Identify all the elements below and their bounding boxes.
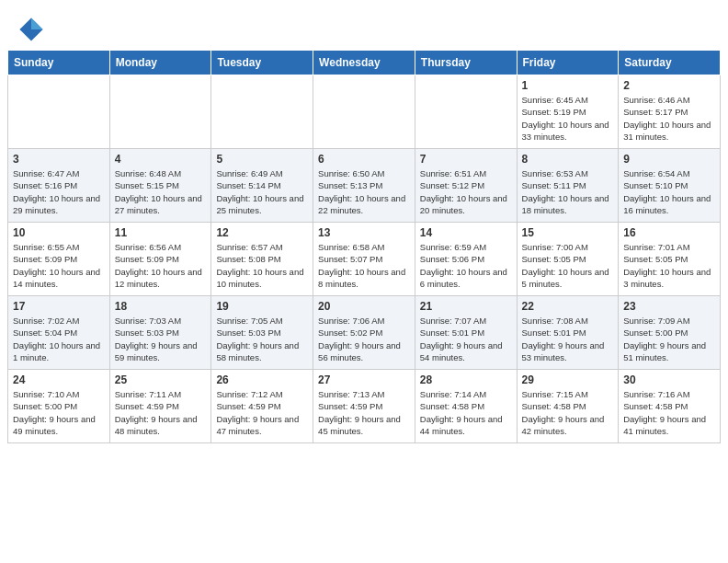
- day-info: Sunrise: 6:56 AM Sunset: 5:09 PM Dayligh…: [115, 241, 207, 290]
- calendar-cell: 18Sunrise: 7:03 AM Sunset: 5:03 PM Dayli…: [109, 296, 211, 370]
- logo: [18, 17, 48, 42]
- calendar-cell: 7Sunrise: 6:51 AM Sunset: 5:12 PM Daylig…: [415, 149, 517, 223]
- day-info: Sunrise: 7:08 AM Sunset: 5:01 PM Dayligh…: [522, 315, 614, 363]
- calendar-cell: 13Sunrise: 6:58 AM Sunset: 5:07 PM Dayli…: [313, 223, 415, 296]
- calendar-cell: 20Sunrise: 7:06 AM Sunset: 5:02 PM Dayli…: [313, 296, 415, 370]
- calendar-header: SundayMondayTuesdayWednesdayThursdayFrid…: [8, 51, 721, 75]
- day-info: Sunrise: 6:54 AM Sunset: 5:10 PM Dayligh…: [623, 167, 715, 216]
- day-number: 3: [13, 153, 105, 166]
- day-number: 6: [318, 153, 410, 166]
- calendar-cell: 11Sunrise: 6:56 AM Sunset: 5:09 PM Dayli…: [109, 223, 211, 296]
- calendar-row: 24Sunrise: 7:10 AM Sunset: 5:00 PM Dayli…: [8, 370, 721, 443]
- calendar-cell: 12Sunrise: 6:57 AM Sunset: 5:08 PM Dayli…: [211, 223, 313, 296]
- day-info: Sunrise: 7:16 AM Sunset: 4:58 PM Dayligh…: [623, 388, 715, 437]
- day-number: 25: [115, 373, 207, 386]
- day-number: 12: [216, 226, 308, 239]
- day-number: 7: [420, 153, 512, 166]
- calendar-cell: 1Sunrise: 6:45 AM Sunset: 5:19 PM Daylig…: [517, 75, 619, 149]
- day-number: 23: [623, 300, 715, 313]
- day-number: 30: [623, 373, 715, 386]
- day-info: Sunrise: 7:13 AM Sunset: 4:59 PM Dayligh…: [318, 388, 410, 437]
- day-info: Sunrise: 7:10 AM Sunset: 5:00 PM Dayligh…: [13, 388, 105, 437]
- logo-icon: [18, 17, 44, 42]
- day-info: Sunrise: 7:01 AM Sunset: 5:05 PM Dayligh…: [623, 241, 715, 290]
- header-day: Thursday: [415, 51, 517, 75]
- day-info: Sunrise: 6:45 AM Sunset: 5:19 PM Dayligh…: [522, 94, 614, 143]
- calendar-table: SundayMondayTuesdayWednesdayThursdayFrid…: [7, 50, 721, 443]
- calendar-cell: 6Sunrise: 6:50 AM Sunset: 5:13 PM Daylig…: [313, 149, 415, 223]
- calendar-cell: 4Sunrise: 6:48 AM Sunset: 5:15 PM Daylig…: [109, 149, 211, 223]
- day-number: 14: [420, 226, 512, 239]
- day-info: Sunrise: 6:50 AM Sunset: 5:13 PM Dayligh…: [318, 167, 410, 216]
- day-number: 28: [420, 373, 512, 386]
- header-row: SundayMondayTuesdayWednesdayThursdayFrid…: [8, 51, 721, 75]
- day-info: Sunrise: 6:58 AM Sunset: 5:07 PM Dayligh…: [318, 241, 410, 290]
- day-number: 27: [318, 373, 410, 386]
- day-number: 17: [13, 300, 105, 313]
- calendar-cell: 25Sunrise: 7:11 AM Sunset: 4:59 PM Dayli…: [109, 370, 211, 443]
- day-info: Sunrise: 6:46 AM Sunset: 5:17 PM Dayligh…: [623, 94, 715, 143]
- svg-marker-1: [31, 17, 43, 29]
- calendar-cell: 8Sunrise: 6:53 AM Sunset: 5:11 PM Daylig…: [517, 149, 619, 223]
- calendar-cell: 9Sunrise: 6:54 AM Sunset: 5:10 PM Daylig…: [619, 149, 721, 223]
- day-number: 24: [13, 373, 105, 386]
- day-number: 13: [318, 226, 410, 239]
- header-day: Sunday: [8, 51, 110, 75]
- day-info: Sunrise: 6:57 AM Sunset: 5:08 PM Dayligh…: [216, 241, 308, 290]
- calendar-cell: [211, 75, 313, 149]
- calendar-cell: 22Sunrise: 7:08 AM Sunset: 5:01 PM Dayli…: [517, 296, 619, 370]
- calendar-cell: 23Sunrise: 7:09 AM Sunset: 5:00 PM Dayli…: [619, 296, 721, 370]
- day-number: 29: [522, 373, 614, 386]
- calendar-cell: 15Sunrise: 7:00 AM Sunset: 5:05 PM Dayli…: [517, 223, 619, 296]
- day-info: Sunrise: 6:49 AM Sunset: 5:14 PM Dayligh…: [216, 167, 308, 216]
- calendar-cell: 5Sunrise: 6:49 AM Sunset: 5:14 PM Daylig…: [211, 149, 313, 223]
- day-info: Sunrise: 7:12 AM Sunset: 4:59 PM Dayligh…: [216, 388, 308, 437]
- day-number: 11: [115, 226, 207, 239]
- calendar-cell: 30Sunrise: 7:16 AM Sunset: 4:58 PM Dayli…: [619, 370, 721, 443]
- header-day: Wednesday: [313, 51, 415, 75]
- day-number: 4: [115, 153, 207, 166]
- day-info: Sunrise: 6:59 AM Sunset: 5:06 PM Dayligh…: [420, 241, 512, 290]
- day-number: 21: [420, 300, 512, 313]
- calendar-row: 17Sunrise: 7:02 AM Sunset: 5:04 PM Dayli…: [8, 296, 721, 370]
- day-number: 18: [115, 300, 207, 313]
- day-info: Sunrise: 7:14 AM Sunset: 4:58 PM Dayligh…: [420, 388, 512, 437]
- calendar-cell: 3Sunrise: 6:47 AM Sunset: 5:16 PM Daylig…: [8, 149, 110, 223]
- calendar-cell: [415, 75, 517, 149]
- day-info: Sunrise: 7:00 AM Sunset: 5:05 PM Dayligh…: [522, 241, 614, 290]
- day-info: Sunrise: 7:15 AM Sunset: 4:58 PM Dayligh…: [522, 388, 614, 437]
- day-info: Sunrise: 6:53 AM Sunset: 5:11 PM Dayligh…: [522, 167, 614, 216]
- day-info: Sunrise: 7:03 AM Sunset: 5:03 PM Dayligh…: [115, 315, 207, 363]
- calendar-cell: 29Sunrise: 7:15 AM Sunset: 4:58 PM Dayli…: [517, 370, 619, 443]
- header-day: Tuesday: [211, 51, 313, 75]
- day-info: Sunrise: 6:55 AM Sunset: 5:09 PM Dayligh…: [13, 241, 105, 290]
- calendar-body: 1Sunrise: 6:45 AM Sunset: 5:19 PM Daylig…: [8, 75, 721, 443]
- calendar-cell: 17Sunrise: 7:02 AM Sunset: 5:04 PM Dayli…: [8, 296, 110, 370]
- calendar-row: 1Sunrise: 6:45 AM Sunset: 5:19 PM Daylig…: [8, 75, 721, 149]
- day-number: 1: [522, 79, 614, 92]
- header-day: Monday: [109, 51, 211, 75]
- day-number: 19: [216, 300, 308, 313]
- calendar-cell: 26Sunrise: 7:12 AM Sunset: 4:59 PM Dayli…: [211, 370, 313, 443]
- day-number: 16: [623, 226, 715, 239]
- calendar-row: 10Sunrise: 6:55 AM Sunset: 5:09 PM Dayli…: [8, 223, 721, 296]
- day-number: 22: [522, 300, 614, 313]
- day-info: Sunrise: 7:02 AM Sunset: 5:04 PM Dayligh…: [13, 315, 105, 363]
- day-info: Sunrise: 7:11 AM Sunset: 4:59 PM Dayligh…: [115, 388, 207, 437]
- calendar-cell: [8, 75, 110, 149]
- calendar-cell: [109, 75, 211, 149]
- day-info: Sunrise: 7:05 AM Sunset: 5:03 PM Dayligh…: [216, 315, 308, 363]
- calendar-cell: 24Sunrise: 7:10 AM Sunset: 5:00 PM Dayli…: [8, 370, 110, 443]
- page-header: [0, 0, 728, 50]
- calendar-cell: 28Sunrise: 7:14 AM Sunset: 4:58 PM Dayli…: [415, 370, 517, 443]
- calendar-cell: 21Sunrise: 7:07 AM Sunset: 5:01 PM Dayli…: [415, 296, 517, 370]
- day-info: Sunrise: 6:51 AM Sunset: 5:12 PM Dayligh…: [420, 167, 512, 216]
- day-info: Sunrise: 6:48 AM Sunset: 5:15 PM Dayligh…: [115, 167, 207, 216]
- day-info: Sunrise: 7:06 AM Sunset: 5:02 PM Dayligh…: [318, 315, 410, 363]
- calendar-cell: [313, 75, 415, 149]
- header-day: Saturday: [619, 51, 721, 75]
- calendar-cell: 14Sunrise: 6:59 AM Sunset: 5:06 PM Dayli…: [415, 223, 517, 296]
- day-number: 10: [13, 226, 105, 239]
- day-info: Sunrise: 7:07 AM Sunset: 5:01 PM Dayligh…: [420, 315, 512, 363]
- calendar-cell: 10Sunrise: 6:55 AM Sunset: 5:09 PM Dayli…: [8, 223, 110, 296]
